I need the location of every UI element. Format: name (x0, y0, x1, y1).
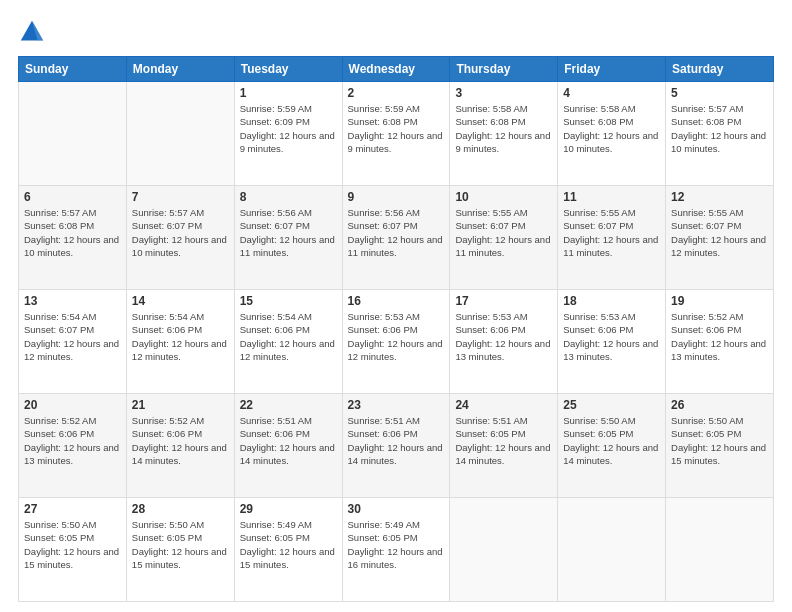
day-number: 8 (240, 190, 337, 204)
calendar-cell: 4Sunrise: 5:58 AM Sunset: 6:08 PM Daylig… (558, 82, 666, 186)
day-number: 17 (455, 294, 552, 308)
day-info: Sunrise: 5:58 AM Sunset: 6:08 PM Dayligh… (563, 102, 660, 155)
day-number: 15 (240, 294, 337, 308)
day-info: Sunrise: 5:54 AM Sunset: 6:06 PM Dayligh… (132, 310, 229, 363)
day-info: Sunrise: 5:50 AM Sunset: 6:05 PM Dayligh… (563, 414, 660, 467)
day-info: Sunrise: 5:57 AM Sunset: 6:08 PM Dayligh… (24, 206, 121, 259)
calendar-cell (666, 498, 774, 602)
calendar-cell (558, 498, 666, 602)
day-info: Sunrise: 5:53 AM Sunset: 6:06 PM Dayligh… (348, 310, 445, 363)
day-number: 29 (240, 502, 337, 516)
day-number: 7 (132, 190, 229, 204)
day-number: 5 (671, 86, 768, 100)
week-row-4: 20Sunrise: 5:52 AM Sunset: 6:06 PM Dayli… (19, 394, 774, 498)
calendar-cell: 23Sunrise: 5:51 AM Sunset: 6:06 PM Dayli… (342, 394, 450, 498)
weekday-header-saturday: Saturday (666, 57, 774, 82)
calendar-cell: 13Sunrise: 5:54 AM Sunset: 6:07 PM Dayli… (19, 290, 127, 394)
weekday-header-friday: Friday (558, 57, 666, 82)
day-number: 25 (563, 398, 660, 412)
day-info: Sunrise: 5:53 AM Sunset: 6:06 PM Dayligh… (563, 310, 660, 363)
calendar-cell: 17Sunrise: 5:53 AM Sunset: 6:06 PM Dayli… (450, 290, 558, 394)
day-info: Sunrise: 5:59 AM Sunset: 6:08 PM Dayligh… (348, 102, 445, 155)
calendar-cell: 3Sunrise: 5:58 AM Sunset: 6:08 PM Daylig… (450, 82, 558, 186)
day-info: Sunrise: 5:49 AM Sunset: 6:05 PM Dayligh… (240, 518, 337, 571)
calendar-cell: 10Sunrise: 5:55 AM Sunset: 6:07 PM Dayli… (450, 186, 558, 290)
logo (18, 18, 50, 46)
calendar-cell (126, 82, 234, 186)
day-info: Sunrise: 5:51 AM Sunset: 6:06 PM Dayligh… (240, 414, 337, 467)
calendar-cell: 20Sunrise: 5:52 AM Sunset: 6:06 PM Dayli… (19, 394, 127, 498)
day-number: 1 (240, 86, 337, 100)
calendar-cell: 25Sunrise: 5:50 AM Sunset: 6:05 PM Dayli… (558, 394, 666, 498)
calendar-cell: 21Sunrise: 5:52 AM Sunset: 6:06 PM Dayli… (126, 394, 234, 498)
day-number: 2 (348, 86, 445, 100)
day-info: Sunrise: 5:51 AM Sunset: 6:05 PM Dayligh… (455, 414, 552, 467)
calendar-cell: 16Sunrise: 5:53 AM Sunset: 6:06 PM Dayli… (342, 290, 450, 394)
day-number: 16 (348, 294, 445, 308)
calendar-cell: 27Sunrise: 5:50 AM Sunset: 6:05 PM Dayli… (19, 498, 127, 602)
week-row-2: 6Sunrise: 5:57 AM Sunset: 6:08 PM Daylig… (19, 186, 774, 290)
day-number: 18 (563, 294, 660, 308)
calendar-table: SundayMondayTuesdayWednesdayThursdayFrid… (18, 56, 774, 602)
day-number: 14 (132, 294, 229, 308)
day-number: 4 (563, 86, 660, 100)
day-info: Sunrise: 5:50 AM Sunset: 6:05 PM Dayligh… (24, 518, 121, 571)
day-number: 9 (348, 190, 445, 204)
day-info: Sunrise: 5:57 AM Sunset: 6:08 PM Dayligh… (671, 102, 768, 155)
day-info: Sunrise: 5:49 AM Sunset: 6:05 PM Dayligh… (348, 518, 445, 571)
day-number: 28 (132, 502, 229, 516)
calendar-cell: 29Sunrise: 5:49 AM Sunset: 6:05 PM Dayli… (234, 498, 342, 602)
day-info: Sunrise: 5:52 AM Sunset: 6:06 PM Dayligh… (671, 310, 768, 363)
day-info: Sunrise: 5:55 AM Sunset: 6:07 PM Dayligh… (455, 206, 552, 259)
day-number: 3 (455, 86, 552, 100)
day-number: 21 (132, 398, 229, 412)
calendar-cell: 30Sunrise: 5:49 AM Sunset: 6:05 PM Dayli… (342, 498, 450, 602)
day-number: 30 (348, 502, 445, 516)
day-number: 26 (671, 398, 768, 412)
day-number: 23 (348, 398, 445, 412)
calendar-cell (450, 498, 558, 602)
day-info: Sunrise: 5:52 AM Sunset: 6:06 PM Dayligh… (24, 414, 121, 467)
calendar-cell: 2Sunrise: 5:59 AM Sunset: 6:08 PM Daylig… (342, 82, 450, 186)
day-number: 22 (240, 398, 337, 412)
day-number: 27 (24, 502, 121, 516)
calendar-cell: 11Sunrise: 5:55 AM Sunset: 6:07 PM Dayli… (558, 186, 666, 290)
day-number: 13 (24, 294, 121, 308)
weekday-header-row: SundayMondayTuesdayWednesdayThursdayFrid… (19, 57, 774, 82)
calendar-cell: 28Sunrise: 5:50 AM Sunset: 6:05 PM Dayli… (126, 498, 234, 602)
logo-icon (18, 18, 46, 46)
day-number: 6 (24, 190, 121, 204)
calendar-cell: 14Sunrise: 5:54 AM Sunset: 6:06 PM Dayli… (126, 290, 234, 394)
page: SundayMondayTuesdayWednesdayThursdayFrid… (0, 0, 792, 612)
week-row-1: 1Sunrise: 5:59 AM Sunset: 6:09 PM Daylig… (19, 82, 774, 186)
calendar-cell (19, 82, 127, 186)
calendar-cell: 18Sunrise: 5:53 AM Sunset: 6:06 PM Dayli… (558, 290, 666, 394)
day-info: Sunrise: 5:59 AM Sunset: 6:09 PM Dayligh… (240, 102, 337, 155)
calendar-cell: 12Sunrise: 5:55 AM Sunset: 6:07 PM Dayli… (666, 186, 774, 290)
day-info: Sunrise: 5:55 AM Sunset: 6:07 PM Dayligh… (563, 206, 660, 259)
week-row-5: 27Sunrise: 5:50 AM Sunset: 6:05 PM Dayli… (19, 498, 774, 602)
week-row-3: 13Sunrise: 5:54 AM Sunset: 6:07 PM Dayli… (19, 290, 774, 394)
calendar-cell: 15Sunrise: 5:54 AM Sunset: 6:06 PM Dayli… (234, 290, 342, 394)
calendar-cell: 22Sunrise: 5:51 AM Sunset: 6:06 PM Dayli… (234, 394, 342, 498)
weekday-header-tuesday: Tuesday (234, 57, 342, 82)
weekday-header-sunday: Sunday (19, 57, 127, 82)
day-number: 19 (671, 294, 768, 308)
calendar-cell: 5Sunrise: 5:57 AM Sunset: 6:08 PM Daylig… (666, 82, 774, 186)
calendar-cell: 9Sunrise: 5:56 AM Sunset: 6:07 PM Daylig… (342, 186, 450, 290)
day-number: 20 (24, 398, 121, 412)
day-info: Sunrise: 5:50 AM Sunset: 6:05 PM Dayligh… (671, 414, 768, 467)
day-number: 24 (455, 398, 552, 412)
day-info: Sunrise: 5:52 AM Sunset: 6:06 PM Dayligh… (132, 414, 229, 467)
day-info: Sunrise: 5:53 AM Sunset: 6:06 PM Dayligh… (455, 310, 552, 363)
calendar-cell: 19Sunrise: 5:52 AM Sunset: 6:06 PM Dayli… (666, 290, 774, 394)
calendar-cell: 6Sunrise: 5:57 AM Sunset: 6:08 PM Daylig… (19, 186, 127, 290)
weekday-header-thursday: Thursday (450, 57, 558, 82)
calendar-cell: 8Sunrise: 5:56 AM Sunset: 6:07 PM Daylig… (234, 186, 342, 290)
day-info: Sunrise: 5:54 AM Sunset: 6:06 PM Dayligh… (240, 310, 337, 363)
day-info: Sunrise: 5:58 AM Sunset: 6:08 PM Dayligh… (455, 102, 552, 155)
day-number: 10 (455, 190, 552, 204)
day-info: Sunrise: 5:54 AM Sunset: 6:07 PM Dayligh… (24, 310, 121, 363)
day-info: Sunrise: 5:56 AM Sunset: 6:07 PM Dayligh… (240, 206, 337, 259)
calendar-cell: 24Sunrise: 5:51 AM Sunset: 6:05 PM Dayli… (450, 394, 558, 498)
